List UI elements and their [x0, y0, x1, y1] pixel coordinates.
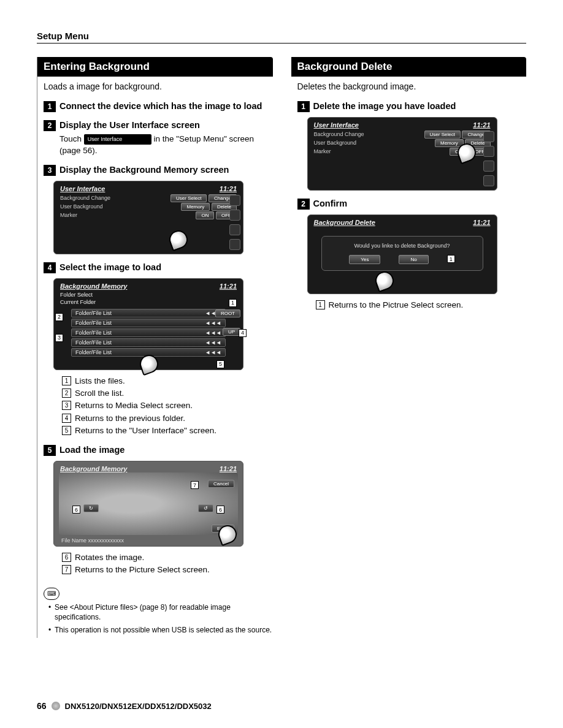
callout-4: 4 — [239, 329, 247, 337]
callout-box: 5 — [62, 426, 71, 435]
ui-screenshot-load-image: Background Memory11:21 7 Cancel 6 ↻ 6 ↺ … — [53, 461, 243, 547]
notes-list: See <About Picture files> (page 8) for r… — [48, 602, 273, 635]
hand-pointer-icon — [167, 228, 190, 251]
callout-box: 3 — [62, 401, 71, 410]
up-button[interactable]: UP — [223, 328, 240, 336]
step-num: 4 — [44, 262, 56, 273]
ui-title: User Interface — [314, 121, 359, 129]
ui-screenshot-user-interface-delete: User Interface11:21 Background ChangeUse… — [307, 117, 497, 191]
step-4: 4 Select the image to load — [44, 262, 273, 273]
current-folder: Current Folder — [60, 299, 96, 307]
list-item[interactable]: Folder/File List◄◄◄ — [71, 309, 226, 317]
section-title-delete: Background Delete — [291, 57, 527, 77]
step2-body-pre: Touch — [59, 134, 84, 143]
rotate-button[interactable]: ↺ — [198, 504, 213, 512]
callout-1: 1 — [229, 299, 237, 307]
page-footer: 66 DNX5120/DNX512EX/DDX512/DDX5032 — [37, 701, 212, 711]
column-right: Background Delete Deletes the background… — [291, 57, 527, 638]
ui-label: Marker — [60, 212, 77, 218]
hand-pointer-icon — [372, 269, 396, 292]
ui-title: Background Memory — [60, 465, 127, 472]
ui-title: Background Delete — [314, 219, 375, 226]
folder-select: Folder Select — [56, 291, 240, 298]
callout-6b: 6 — [216, 506, 224, 514]
ui-screenshot-background-memory: Background Memory11:21 Folder Select Cur… — [53, 278, 243, 370]
step-title: Select the image to load — [59, 262, 161, 273]
ui-label: Background Change — [314, 131, 364, 137]
step-title: Display the Background Memory screen — [59, 164, 229, 176]
callout-box: 6 — [62, 553, 71, 562]
root-button[interactable]: ROOT — [215, 309, 240, 317]
note-icon: ⌨ — [44, 588, 59, 600]
ui-time: 11:21 — [473, 121, 490, 129]
ui-title: User Interface — [60, 185, 105, 192]
model-numbers: DNX5120/DNX512EX/DDX512/DDX5032 — [65, 702, 212, 711]
ui-time: 11:21 — [220, 185, 237, 192]
step-title: Connect the device which has the image t… — [59, 100, 262, 112]
ui-screenshot-user-interface: User Interface11:21 Background ChangeUse… — [53, 181, 243, 254]
memory-button[interactable]: Memory — [181, 203, 210, 211]
callout-box: 1 — [62, 376, 71, 385]
list-item[interactable]: Folder/File List◄◄◄ — [71, 319, 226, 327]
step-2-right: 2 Confirm — [297, 198, 527, 210]
section-title-entering: Entering Background — [37, 57, 273, 77]
step-1: 1 Connect the device which has the image… — [44, 100, 273, 112]
user-select-button[interactable]: User Select — [170, 194, 207, 202]
callout-3: 3 — [55, 334, 63, 342]
step-2: 2 Display the User Interface screen Touc… — [44, 119, 273, 157]
ui-time: 11:21 — [473, 219, 490, 226]
step-1-right: 1 Delete the image you have loaded — [297, 100, 527, 112]
ui-title: Background Memory — [60, 282, 127, 290]
callout-1: 1 — [447, 255, 455, 263]
ui-label: Background Change — [60, 195, 110, 201]
step-5: 5 Load the image — [44, 444, 273, 456]
callout-box: 7 — [62, 565, 71, 574]
confirm-dialog: Would you linke to delete Background? Ye… — [321, 236, 483, 271]
column-left: Entering Background Loads a image for ba… — [37, 57, 273, 638]
callout-7: 7 — [191, 481, 199, 489]
step-title: Load the image — [59, 444, 124, 456]
step-num: 2 — [297, 199, 310, 210]
on-button[interactable]: ON — [196, 211, 214, 219]
step-num: 3 — [44, 165, 56, 176]
list-item[interactable]: Folder/File List◄◄◄ — [71, 338, 226, 347]
globe-icon — [52, 702, 60, 710]
callout-box: 2 — [62, 389, 71, 398]
ui-time: 11:21 — [220, 465, 237, 472]
ui-screenshot-confirm: Background Delete11:21 Would you linke t… — [307, 214, 497, 294]
step-num: 5 — [44, 445, 56, 456]
step-num: 1 — [44, 101, 56, 112]
rotate-button[interactable]: ↻ — [83, 504, 99, 512]
step-title: Confirm — [313, 198, 348, 210]
callout-box: 4 — [62, 414, 71, 423]
callout-6: 6 — [72, 506, 80, 514]
note-item: This operation is not possible when USB … — [48, 625, 273, 635]
list-item[interactable]: Folder/File List◄◄◄ — [71, 328, 226, 337]
user-interface-tab-graphic: User Interface — [84, 134, 151, 145]
no-button[interactable]: No — [399, 255, 428, 264]
yes-button[interactable]: Yes — [349, 255, 380, 264]
ui-label: User Background — [314, 140, 357, 146]
callout-5: 5 — [216, 360, 224, 368]
step-num: 1 — [297, 101, 310, 112]
user-select-button[interactable]: User Select — [424, 131, 461, 138]
ui-label: User Background — [60, 203, 103, 210]
ui-time: 11:21 — [220, 282, 237, 290]
callout-legend-4: 1Lists the files. 2Scroll the list. 3Ret… — [62, 375, 273, 437]
callout-2: 2 — [55, 313, 63, 321]
side-icons — [483, 131, 494, 186]
step-title: Delete the image you have loaded — [313, 100, 456, 112]
step-3: 3 Display the Background Memory screen — [44, 164, 273, 176]
step-title: Display the User Interface screen — [59, 119, 200, 131]
note-item: See <About Picture files> (page 8) for r… — [48, 602, 273, 623]
page-header: Setup Menu — [37, 31, 526, 44]
page-number: 66 — [37, 701, 47, 711]
callout-legend-5: 6Rotates the image. 7Returns to the Pict… — [62, 552, 273, 577]
ui-label: Marker — [314, 148, 331, 154]
confirm-message: Would you linke to delete Background? — [328, 243, 477, 249]
callout-legend-right: 1Returns to the Pictrue Select screen. — [316, 299, 527, 311]
step-num: 2 — [44, 120, 56, 131]
intro-right: Deletes the background image. — [297, 82, 521, 91]
file-name-label: File Name xxxxxxxxxxxxx — [61, 537, 124, 544]
cancel-button[interactable]: Cancel — [208, 480, 234, 488]
